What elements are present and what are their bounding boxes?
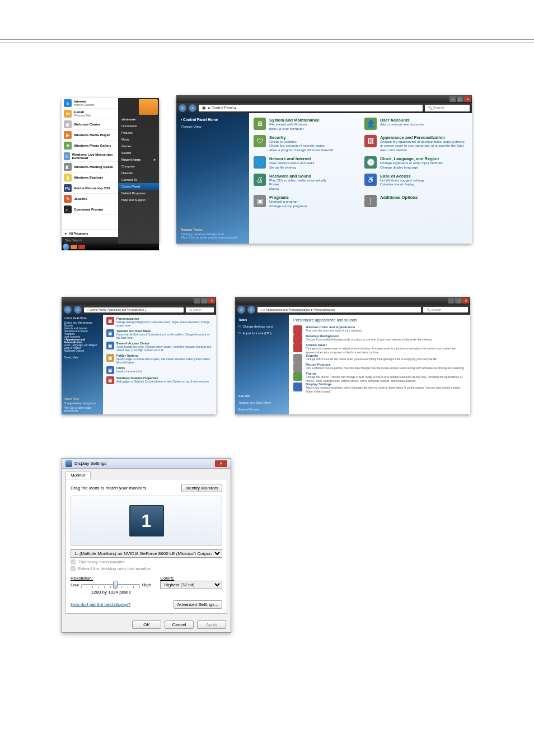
start-menu-item[interactable]: ✎ Jasedit+ xyxy=(62,194,118,204)
all-programs-link[interactable]: ▸ All Programs xyxy=(62,230,118,237)
start-search-input[interactable]: Start Search xyxy=(62,237,118,244)
start-menu-item[interactable]: >_ Command Prompt xyxy=(62,204,118,215)
close-button[interactable]: ✕ xyxy=(462,298,469,304)
cp-category[interactable]: 🖨 Hardware and SoundPlay CDs or other me… xyxy=(254,174,357,192)
start-right-link[interactable]: Recent Items ▸ xyxy=(118,156,159,163)
start-menu-item[interactable]: Ps Adobe Photoshop CS2 xyxy=(62,183,118,194)
search-input[interactable]: 🔍 Search xyxy=(186,307,214,312)
personalize-item[interactable]: Window Color and AppearanceFine tune the… xyxy=(293,325,466,334)
task-link[interactable]: 🛡 Adjust font size (DPI) xyxy=(238,332,285,335)
recent-task-link[interactable]: Change desktop background xyxy=(64,402,101,405)
start-right-link[interactable]: Connect To xyxy=(118,176,159,183)
start-right-link[interactable]: Network xyxy=(118,170,159,176)
advanced-settings-button[interactable]: Advanced Settings... xyxy=(174,600,222,609)
username-label[interactable]: vista-user xyxy=(118,116,159,123)
start-menu-item[interactable]: ☺ Windows Live Messenger Download xyxy=(62,151,118,162)
resolution-slider[interactable] xyxy=(81,581,140,589)
maximize-button[interactable]: ▢ xyxy=(457,96,463,102)
see-also-link[interactable]: Ease of Access xyxy=(238,408,285,411)
cp-category[interactable]: ▣ ProgramsUninstall a programChange star… xyxy=(254,195,357,209)
forward-button-icon[interactable]: › xyxy=(74,306,82,314)
start-right-link[interactable]: Search xyxy=(118,150,159,156)
personalize-item[interactable]: Screen SaverChange your screen saver or … xyxy=(293,343,466,354)
appearance-group[interactable]: ▣ Taskbar and Start MenuCustomize the St… xyxy=(106,329,213,339)
minimize-button[interactable]: – xyxy=(448,298,455,304)
control-panel-link[interactable]: Control Panel xyxy=(118,183,159,190)
sidebar-category-link[interactable]: • Appearance and Personalization xyxy=(64,338,101,344)
minimize-button[interactable]: – xyxy=(194,298,200,304)
start-right-link[interactable]: Default Programs xyxy=(118,190,159,197)
cancel-button[interactable]: Cancel xyxy=(165,620,194,629)
start-right-link[interactable]: Help and Support xyxy=(118,197,159,203)
monitor-1-icon[interactable]: 1 xyxy=(129,505,164,536)
appearance-group[interactable]: ▣ FontsInstall or remove a font xyxy=(106,366,213,374)
start-right-link[interactable]: Pictures xyxy=(118,129,159,136)
monitor-arena[interactable]: 1 xyxy=(71,496,222,546)
search-input[interactable]: 🔍 Search xyxy=(425,105,470,111)
start-menu-item[interactable]: e InternetInternet Explorer xyxy=(62,98,118,109)
control-panel-home-link[interactable]: Control Panel Home xyxy=(183,118,218,122)
back-button-icon[interactable]: ‹ xyxy=(179,104,186,112)
appearance-group[interactable]: ▣ Windows Sidebar PropertiesAdd gadgets … xyxy=(106,376,213,384)
personalize-item[interactable]: Desktop BackgroundChoose from available … xyxy=(293,334,466,343)
minimize-button[interactable]: – xyxy=(449,96,456,102)
personalize-item[interactable]: ThemeChange the theme. Themes can change… xyxy=(293,372,466,382)
see-also-link[interactable]: Taskbar and Start Menu xyxy=(238,401,285,404)
cp-category[interactable]: 🕑 Clock, Language, and RegionChange keyb… xyxy=(364,156,467,170)
start-right-link[interactable]: Games xyxy=(118,143,159,150)
start-menu-item[interactable]: ▮ Windows Explorer xyxy=(62,172,118,183)
taskbar-button[interactable] xyxy=(71,245,77,249)
start-menu-item[interactable]: ◧ Windows Meeting Space xyxy=(62,162,118,172)
personalize-item[interactable]: SoundsChange which sounds are heard when… xyxy=(293,354,466,363)
breadcrumb[interactable]: « Control Panel ▸ Appearance and Persona… xyxy=(84,307,184,312)
search-input[interactable]: 🔍 Search xyxy=(423,307,468,312)
recent-task-link[interactable]: Play CDs or other media automatically xyxy=(181,236,245,239)
breadcrumb[interactable]: « ▸ Appearance and Personalization ▸ Per… xyxy=(257,307,421,312)
slider-thumb-icon[interactable] xyxy=(113,581,118,589)
cp-category[interactable]: ♿ Ease of AccessLet Windows suggest sett… xyxy=(364,174,467,192)
apply-button[interactable]: Apply xyxy=(197,620,226,629)
start-orb-icon[interactable] xyxy=(63,244,69,250)
personalize-item[interactable]: Display SettingsAdjust your monitor reso… xyxy=(293,382,466,393)
start-right-link[interactable]: Music xyxy=(118,136,159,143)
close-button[interactable]: ✕ xyxy=(208,298,215,304)
recent-task-link[interactable]: Play CDs or other media automatically xyxy=(64,407,101,412)
cp-category[interactable]: 🛡 SecurityCheck for updatesCheck this co… xyxy=(254,135,357,153)
ok-button[interactable]: OK xyxy=(132,620,161,629)
tab-monitor[interactable]: Monitor xyxy=(65,471,91,479)
breadcrumb[interactable]: ▣ ▸ Control Panel ▸ xyxy=(199,105,423,111)
identify-monitors-button[interactable]: Identify Monitors xyxy=(181,484,222,492)
user-avatar[interactable] xyxy=(139,99,158,115)
close-button[interactable]: ✕ xyxy=(215,460,227,467)
cp-category[interactable]: ⋮ Additional Options xyxy=(364,195,467,209)
appearance-group[interactable]: ▣ Ease of Access CenterAccommodate low v… xyxy=(106,342,213,352)
back-button-icon[interactable]: ‹ xyxy=(237,306,245,314)
cp-category[interactable]: 🌐 Network and InternetView network statu… xyxy=(254,156,357,170)
colors-select[interactable]: Highest (32 bit) xyxy=(160,581,222,589)
back-button-icon[interactable]: ‹ xyxy=(64,306,72,314)
help-link[interactable]: How do I get the best display? xyxy=(71,602,130,607)
forward-button-icon[interactable]: › xyxy=(189,104,196,112)
close-button[interactable]: ✕ xyxy=(464,96,471,102)
appearance-group[interactable]: ▣ PersonalizationChange desktop backgrou… xyxy=(106,317,213,327)
cp-category[interactable]: 🖼 Appearance and PersonalizationChange t… xyxy=(364,135,467,153)
start-menu-item[interactable]: ▣ Welcome Center xyxy=(62,119,118,130)
start-menu-item[interactable]: ✉ E-mailWindows Mail xyxy=(62,109,118,119)
maximize-button[interactable]: ▢ xyxy=(201,298,208,304)
task-link[interactable]: 🛡 Change desktop icons xyxy=(238,325,285,328)
taskbar-button[interactable] xyxy=(78,245,85,249)
classic-view-link[interactable]: Classic View xyxy=(64,356,101,359)
forward-button-icon[interactable]: › xyxy=(247,306,255,314)
start-menu-item[interactable]: ▶ Windows Media Player xyxy=(62,130,118,141)
sidebar-category-link[interactable]: Additional Options xyxy=(64,349,101,352)
maximize-button[interactable]: ▢ xyxy=(455,298,462,304)
monitor-select[interactable]: 1. (Multiple Monitors) on NVIDIA GeForce… xyxy=(71,549,222,558)
cp-category[interactable]: 👤 User AccountsAdd or remove user accoun… xyxy=(364,118,467,132)
start-right-link[interactable]: Computer xyxy=(118,163,159,170)
classic-view-link[interactable]: Classic View xyxy=(181,125,245,129)
appearance-group[interactable]: ▣ Folder OptionsSpecify single- or doubl… xyxy=(106,354,213,364)
start-right-link[interactable]: Documents xyxy=(118,123,159,129)
start-menu-item[interactable]: ❀ Windows Photo Gallery xyxy=(62,141,118,151)
cp-category[interactable]: 🖥 System and MaintenanceGet started with… xyxy=(254,118,357,132)
personalize-item[interactable]: Mouse PointersPick a different mouse poi… xyxy=(293,363,466,372)
